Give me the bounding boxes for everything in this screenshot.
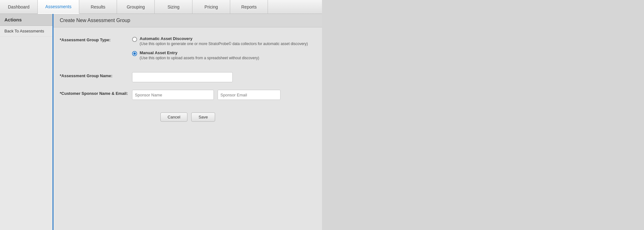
tab-results[interactable]: Results xyxy=(79,0,117,14)
assessment-group-type-label: *Assessment Group Type: xyxy=(60,36,132,42)
assessment-group-type-row: *Assessment Group Type: Automatic Asset … xyxy=(60,36,316,65)
assessment-group-name-label: *Assessment Group Name: xyxy=(60,72,132,78)
tab-dashboard[interactable]: Dashboard xyxy=(0,0,38,14)
radio-option-manual: Manual Asset Entry (Use this option to u… xyxy=(132,50,316,60)
sidebar-item-back-to-assessments[interactable]: Back To Assessments xyxy=(0,26,53,37)
radio-option-auto: Automatic Asset Discovery (Use this opti… xyxy=(132,36,316,46)
sidebar: Actions Back To Assessments xyxy=(0,14,53,230)
sponsor-name-input[interactable] xyxy=(132,90,214,100)
sponsor-inputs xyxy=(132,90,316,100)
tab-bar: Dashboard Assessments Results Grouping S… xyxy=(0,0,322,14)
sponsor-controls xyxy=(132,90,316,100)
radio-auto-discovery[interactable] xyxy=(132,37,137,42)
radio-manual-entry[interactable] xyxy=(132,51,137,56)
tab-sizing[interactable]: Sizing xyxy=(155,0,192,14)
form-area: *Assessment Group Type: Automatic Asset … xyxy=(53,27,322,230)
radio-manual-title: Manual Asset Entry xyxy=(140,50,259,55)
sidebar-header: Actions xyxy=(0,14,53,26)
assessment-group-name-input[interactable] xyxy=(132,72,233,82)
assessment-group-name-row: *Assessment Group Name: xyxy=(60,72,316,82)
save-button[interactable]: Save xyxy=(191,112,215,122)
sponsor-row: *Customer Sponsor Name & Email: xyxy=(60,90,316,100)
tab-pricing[interactable]: Pricing xyxy=(192,0,230,14)
sponsor-label: *Customer Sponsor Name & Email: xyxy=(60,90,132,96)
radio-manual-desc: (Use this option to upload assets from a… xyxy=(140,56,259,60)
cancel-button[interactable]: Cancel xyxy=(160,112,187,122)
form-title: Create New Assessment Group xyxy=(53,14,322,27)
sponsor-email-input[interactable] xyxy=(218,90,280,100)
radio-auto-desc: (Use this option to generate one or more… xyxy=(140,42,308,46)
main-layout: Actions Back To Assessments Create New A… xyxy=(0,14,322,230)
radio-auto-title: Automatic Asset Discovery xyxy=(140,36,308,41)
button-row: Cancel Save xyxy=(60,112,316,128)
tab-grouping[interactable]: Grouping xyxy=(117,0,155,14)
tab-assessments[interactable]: Assessments xyxy=(38,0,79,14)
tab-reports[interactable]: Reports xyxy=(230,0,268,14)
content-area: Create New Assessment Group *Assessment … xyxy=(53,14,322,230)
assessment-group-type-controls: Automatic Asset Discovery (Use this opti… xyxy=(132,36,316,65)
assessment-group-name-controls xyxy=(132,72,316,82)
